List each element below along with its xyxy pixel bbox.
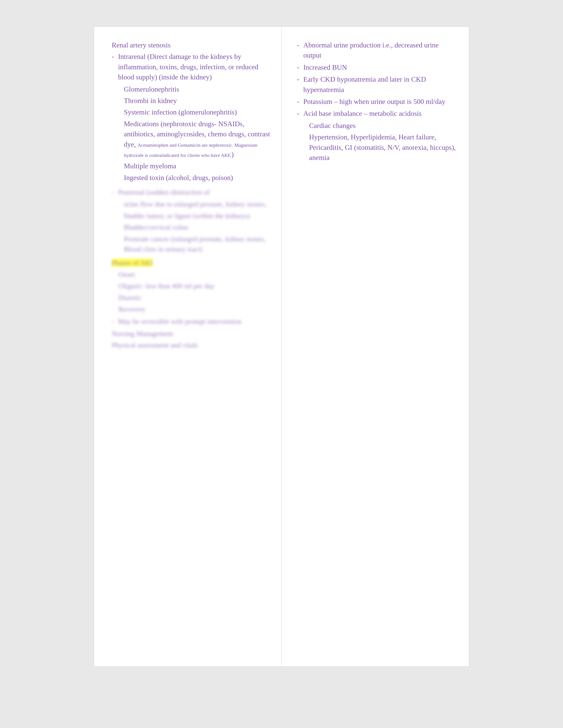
blurred-item: Bladder/cervical colon: [112, 222, 270, 232]
list-item-potassium-high: - Potassium – high when urine output is …: [297, 96, 458, 107]
blurred-item: Onset: [112, 269, 270, 280]
blurred-item: Diuretic: [112, 293, 270, 303]
blurred-text: Oliguric: less than 400 ml per day: [118, 282, 214, 290]
blurred-text: Diuretic: [118, 294, 141, 302]
blurred-item: Prostrate cancer (enlarged prostate, kid…: [112, 234, 270, 254]
list-dash: -: [297, 108, 300, 118]
blurred-item: Physical assessment and vitals: [112, 340, 270, 350]
blurred-text: Recovery: [118, 305, 145, 313]
blurred-item: Oliguric: less than 400 ml per day: [112, 281, 270, 291]
list-item-acid-base: - Acid base imbalance – metabolic acidos…: [297, 108, 458, 118]
list-item-abnormal-urine: - Abnormal urine production i.e., decrea…: [297, 40, 458, 60]
item-text: Increased BUN: [304, 62, 458, 72]
list-dash: -: [112, 51, 114, 82]
item-text: Acid base imbalance – metabolic acidosis: [304, 108, 458, 118]
blurred-item: Nursing Management: [112, 328, 270, 339]
blurred-item: - May be reversible with prompt interven…: [112, 316, 270, 326]
item-text: Ingested toxin (alcohol, drugs, poison): [124, 174, 233, 182]
left-column: Renal artery stenosis - Intrarenal (Dire…: [94, 27, 282, 666]
item-text: Cardiac changes: [309, 122, 356, 129]
blurred-text: Nursing Management: [112, 330, 173, 338]
blurred-item: - Postrenal (sudden obstruction of: [112, 187, 270, 197]
list-dash: -: [297, 40, 300, 60]
blurred-text: Physical assessment and vitals: [112, 341, 198, 349]
list-item: Renal artery stenosis: [112, 40, 270, 50]
blurred-text: Postrenal (sudden obstruction of: [118, 187, 270, 197]
list-dash: -: [297, 62, 300, 72]
blurred-text: Onset: [118, 270, 135, 278]
list-item: Ingested toxin (alcohol, drugs, poison): [112, 173, 270, 183]
right-column: - Abnormal urine production i.e., decrea…: [282, 27, 469, 666]
item-text: Potassium – high when urine output is 50…: [304, 96, 458, 107]
blurred-text: Phases of AKI: [112, 259, 152, 267]
blurred-item: Recovery: [112, 304, 270, 314]
item-text: Early CKD hyponatremia and later in CKD …: [304, 74, 458, 95]
page-container: Renal artery stenosis - Intrarenal (Dire…: [94, 26, 469, 667]
item-text-small: Acetaminophen and Gentamicin are nephrot…: [124, 142, 257, 158]
blurred-text: bladder tumor, or ligure (within the kid…: [124, 212, 250, 220]
item-text: Systemic infection (glomerulonephritis): [124, 108, 237, 116]
item-text: Glomerulonephritis: [124, 85, 179, 93]
list-dash: -: [112, 316, 114, 326]
item-text: Hypertension, Hyperlipidemia, Heart fail…: [309, 133, 456, 161]
list-item-intrarenal: - Intrarenal (Direct damage to the kidne…: [112, 51, 270, 82]
blurred-phases: Phases of AKI Onset Oliguric: less than …: [112, 258, 270, 314]
item-text: Thrombi in kidney: [124, 97, 177, 105]
item-text: Abnormal urine production i.e., decrease…: [304, 40, 458, 60]
list-item-cardiac-changes: Cardiac changes: [297, 120, 458, 131]
list-item: Glomerulonephritis: [112, 84, 270, 94]
blurred-text: Bladder/cervical colon: [124, 223, 188, 231]
item-text-main: Medications (nephrotoxic drugs- NSAIDs, …: [124, 120, 270, 158]
list-item-systemic-infection: Systemic infection (glomerulonephritis): [112, 107, 270, 117]
blurred-text: urine flow due to enlarged prostate, kid…: [124, 200, 266, 208]
item-text: Renal artery stenosis: [112, 41, 171, 49]
blurred-text: Prostrate cancer (enlarged prostate, kid…: [124, 235, 265, 253]
list-dash: -: [112, 187, 114, 197]
item-text: Intrarenal (Direct damage to the kidneys…: [118, 51, 270, 82]
item-text: Multiple myeloma: [124, 162, 176, 170]
blurred-item: bladder tumor, or ligure (within the kid…: [112, 211, 270, 221]
list-item-hypertension: Hypertension, Hyperlipidemia, Heart fail…: [297, 132, 458, 163]
list-item: Thrombi in kidney: [112, 96, 270, 106]
blurred-item: Phases of AKI: [112, 258, 270, 268]
blurred-item: urine flow due to enlarged prostate, kid…: [112, 199, 270, 209]
list-item-medications: Medications (nephrotoxic drugs- NSAIDs, …: [112, 119, 270, 160]
list-item: Multiple myeloma: [112, 161, 270, 171]
blurred-text: May be reversible with prompt interventi…: [118, 316, 270, 326]
list-item-early-ckd: - Early CKD hyponatremia and later in CK…: [297, 74, 458, 95]
blurred-section: - Postrenal (sudden obstruction of urine…: [112, 187, 270, 350]
list-dash: -: [297, 96, 300, 107]
list-dash: -: [297, 74, 300, 95]
list-item-increased-bun: - Increased BUN: [297, 62, 458, 72]
